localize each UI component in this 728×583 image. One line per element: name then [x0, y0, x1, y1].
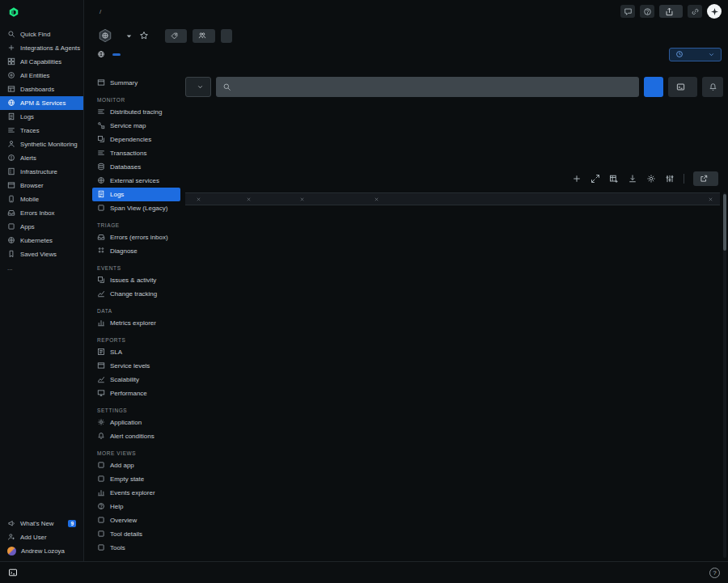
download-button[interactable] [628, 174, 637, 184]
global-nav-item[interactable]: Saved Views [0, 247, 83, 261]
service-nav-item[interactable]: Scalability [92, 373, 180, 387]
favorite-star-icon[interactable] [139, 31, 149, 40]
expand-button[interactable] [590, 174, 600, 184]
remove-column-icon[interactable] [196, 196, 201, 202]
global-nav-item[interactable]: ... [0, 261, 83, 275]
service-nav-item[interactable]: MORE VIEWS [92, 443, 180, 458]
nav-item-icon [7, 154, 15, 163]
service-nav-item[interactable]: Service map [92, 119, 180, 133]
tags-button[interactable] [165, 29, 187, 43]
global-nav-item[interactable]: Mobile [0, 192, 83, 206]
service-nav-item[interactable]: Help [92, 500, 180, 513]
global-nav-item[interactable]: Apps [0, 220, 83, 234]
settings-gear-button[interactable] [646, 174, 656, 184]
service-nav-item[interactable]: Tool details [92, 527, 180, 541]
global-nav-item[interactable]: Kubernetes [0, 234, 83, 247]
global-nav-item[interactable]: Quick Find [0, 27, 83, 41]
nrql-button[interactable] [668, 77, 697, 97]
time-range-picker[interactable] [669, 48, 722, 61]
column-settings-button[interactable] [665, 174, 675, 184]
service-nav-item[interactable]: Application [92, 416, 180, 429]
service-nav-item[interactable]: SETTINGS [92, 400, 180, 416]
global-nav-item[interactable]: Dashboards [0, 82, 83, 96]
service-nav-item[interactable]: Distributed tracing [92, 105, 180, 119]
more-actions-button[interactable] [221, 29, 232, 43]
service-nav-item[interactable]: Alert conditions [92, 429, 180, 443]
column-header-timestamp[interactable] [185, 193, 235, 205]
service-nav-item[interactable]: Transactions [92, 146, 180, 160]
remove-column-icon[interactable] [299, 196, 305, 202]
service-nav-item[interactable]: REPORTS [92, 330, 180, 345]
service-nav-item[interactable]: DATA [92, 301, 180, 316]
global-nav-item[interactable]: Browser [0, 179, 83, 192]
service-nav-item-icon [97, 361, 105, 371]
global-nav-item[interactable]: All Capabilities [0, 55, 83, 69]
alert-bell-button[interactable] [702, 77, 723, 97]
service-nav-item[interactable]: TRIAGE [92, 215, 180, 230]
service-nav-item[interactable]: EVENTS [92, 258, 180, 273]
remove-column-icon[interactable] [246, 196, 252, 202]
breadcrumb-separator: / [99, 8, 101, 15]
service-nav-item[interactable]: Performance [92, 387, 180, 400]
query-logs-button[interactable] [644, 77, 663, 97]
service-nav-item[interactable]: Databases [92, 160, 180, 174]
column-header-severity[interactable] [235, 193, 289, 205]
service-nav-item[interactable]: Metrics explorer [92, 316, 180, 330]
service-nav-item[interactable]: SLA [92, 345, 180, 359]
open-in-logs-button[interactable] [693, 171, 718, 186]
column-header-message[interactable] [425, 193, 720, 205]
partition-dropdown[interactable] [185, 77, 211, 97]
scrollbar-thumb[interactable] [723, 194, 726, 251]
column-header-span-id[interactable] [363, 193, 425, 205]
service-nav-item[interactable]: External services [92, 174, 180, 188]
remove-column-icon[interactable] [708, 196, 713, 202]
global-nav-item[interactable]: All Entities [0, 69, 83, 82]
service-nav-item[interactable]: Add app [92, 458, 180, 472]
service-nav-item[interactable]: Errors (errors inbox) [92, 230, 180, 244]
share-button[interactable] [659, 5, 683, 18]
service-nav-item[interactable]: Dependencies [92, 133, 180, 146]
feedback-icon[interactable] [620, 5, 635, 18]
global-nav-item[interactable]: APM & Services [0, 96, 83, 110]
global-nav-footer-item[interactable]: Add User [0, 530, 83, 544]
teams-button[interactable] [193, 29, 215, 43]
query-your-data-button[interactable] [8, 568, 23, 577]
ai-assistant-button[interactable] [707, 4, 722, 19]
remove-column-icon[interactable] [374, 196, 379, 202]
help-icon[interactable] [640, 5, 654, 18]
column-header-trace-id[interactable] [289, 193, 363, 205]
global-nav-footer-item[interactable]: Andrew Lozoya [0, 544, 83, 558]
table-scrollbar[interactable] [723, 192, 726, 558]
global-nav-footer-item[interactable]: What's New 9 [0, 517, 83, 530]
global-nav-item[interactable]: Logs [0, 110, 83, 124]
global-nav-item[interactable]: Traces [0, 124, 83, 137]
service-nav-item[interactable]: Tools [92, 541, 180, 555]
service-nav-item[interactable]: Change tracking [92, 287, 180, 301]
global-nav-item[interactable]: Alerts [0, 151, 83, 165]
service-nav-item[interactable]: Summary [92, 76, 180, 90]
log-query-input[interactable] [236, 83, 633, 91]
service-nav-item[interactable]: Logs [92, 188, 180, 201]
global-nav-item[interactable]: Infrastructure [0, 165, 83, 179]
service-nav-item[interactable]: Span View (Legacy) [92, 201, 180, 215]
service-nav-item[interactable]: Events explorer [92, 486, 180, 500]
instrumentation-badge[interactable] [112, 53, 121, 56]
add-column-button[interactable] [572, 174, 582, 184]
copy-link-icon[interactable] [688, 5, 702, 18]
service-nav-item-icon [97, 204, 105, 213]
service-nav-item[interactable]: Issues & activity [92, 273, 180, 287]
global-nav-item[interactable]: Errors Inbox [0, 206, 83, 220]
service-nav-item[interactable]: Diagnose [92, 244, 180, 258]
log-query-searchbox[interactable] [216, 77, 639, 97]
service-nav-item[interactable]: MONITOR [92, 90, 180, 105]
service-nav-item[interactable]: Overview [92, 513, 180, 527]
service-nav-item[interactable]: Service levels [92, 359, 180, 373]
title-caret-icon[interactable] [125, 32, 133, 40]
global-nav-item[interactable]: Integrations & Agents [0, 41, 83, 55]
new-relic-logo[interactable] [0, 0, 83, 27]
avatar [7, 547, 16, 556]
footer-help-icon[interactable]: ? [709, 568, 720, 578]
table-view-button[interactable] [609, 174, 619, 184]
service-nav-item[interactable]: Empty state [92, 472, 180, 486]
global-nav-item[interactable]: Synthetic Monitoring [0, 137, 83, 151]
